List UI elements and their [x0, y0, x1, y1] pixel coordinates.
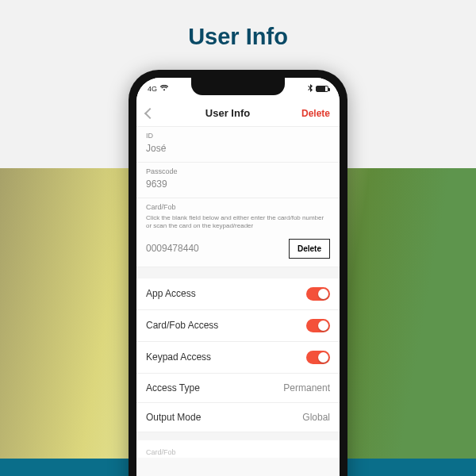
cardfob-label: Card/Fob — [146, 203, 330, 211]
nav-delete-button[interactable]: Delete — [301, 108, 330, 119]
app-access-label: App Access — [146, 288, 196, 299]
section-spacer — [136, 267, 340, 278]
truncated-section: Card/Fob — [136, 432, 340, 458]
app-access-toggle[interactable] — [306, 287, 330, 301]
phone-screen: 4G 08:00 AM User Info Delete — [136, 78, 340, 476]
wifi-icon — [160, 85, 168, 93]
signal-label: 4G — [148, 85, 157, 93]
bluetooth-icon — [308, 84, 313, 94]
id-label: ID — [146, 132, 330, 140]
nav-title: User Info — [205, 107, 250, 119]
app-access-row[interactable]: App Access — [136, 278, 340, 310]
passcode-value: 9639 — [146, 178, 330, 190]
passcode-field[interactable]: Passcode 9639 — [136, 163, 340, 198]
cardfob-input[interactable]: 0009478440 — [146, 243, 282, 254]
id-value: José — [146, 143, 330, 154]
battery-icon — [316, 86, 328, 92]
cardfob-delete-button[interactable]: Delete — [289, 239, 330, 259]
page-title: User Info — [0, 24, 476, 50]
card-access-row[interactable]: Card/Fob Access — [136, 310, 340, 342]
access-type-value: Permanent — [283, 382, 330, 393]
cardfob-field: Card/Fob Click the blank field below and… — [136, 198, 340, 267]
content-area: ID José Passcode 9639 Card/Fob Click the… — [136, 127, 340, 476]
keypad-access-row[interactable]: Keypad Access — [136, 342, 340, 374]
output-mode-label: Output Mode — [146, 412, 201, 423]
access-type-label: Access Type — [146, 382, 200, 393]
phone-notch — [191, 78, 285, 95]
keypad-access-label: Keypad Access — [146, 351, 211, 363]
truncated-label: Card/Fob — [146, 448, 176, 456]
card-access-label: Card/Fob Access — [146, 320, 218, 331]
passcode-label: Passcode — [146, 167, 330, 175]
phone-frame: 4G 08:00 AM User Info Delete — [129, 70, 347, 476]
cardfob-help: Click the blank field below and either e… — [146, 214, 330, 231]
output-mode-row[interactable]: Output Mode Global — [136, 403, 340, 432]
nav-bar: User Info Delete — [136, 100, 340, 127]
keypad-access-toggle[interactable] — [306, 351, 330, 364]
card-access-toggle[interactable] — [306, 319, 330, 332]
id-field[interactable]: ID José — [136, 127, 340, 163]
output-mode-value: Global — [302, 412, 330, 423]
access-type-row[interactable]: Access Type Permanent — [136, 374, 340, 403]
chevron-left-icon — [144, 107, 155, 118]
back-button[interactable] — [146, 109, 154, 117]
